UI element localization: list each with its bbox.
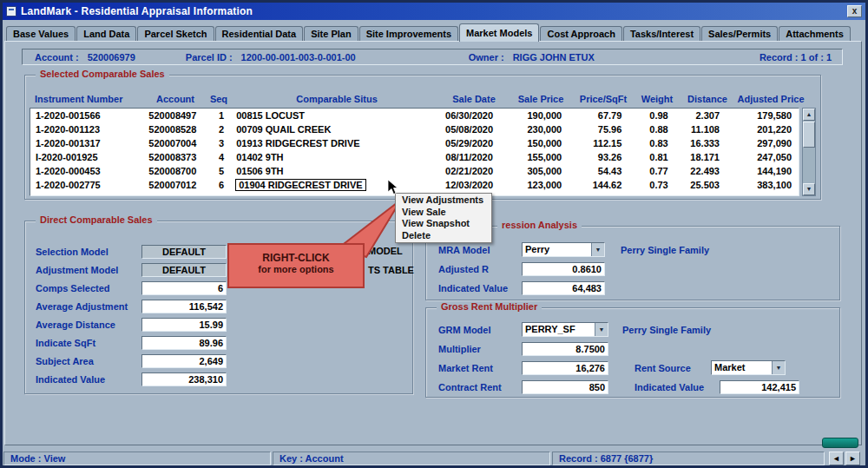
field-row: Average Adjustment 116,542 <box>36 299 404 313</box>
field-row: Indicated Value 64,483 <box>438 280 831 295</box>
tab-tasks-interest[interactable]: Tasks/Interest <box>623 26 700 42</box>
field-row: Subject Area 2,649 <box>36 353 404 368</box>
tab-bar: Base Values Land Data Parcel Sketch Resi… <box>6 24 852 42</box>
menu-item-view-snapshot[interactable]: View Snapshot <box>396 218 491 230</box>
record-indicator: Record : 1 of : 1 <box>760 52 832 63</box>
status-key: Key : Account <box>273 452 550 465</box>
table-row[interactable]: 1-2020-001566 520008497 1 00815 LOCUST 0… <box>30 109 799 122</box>
scroll-down-icon[interactable]: ▼ <box>803 183 815 195</box>
account-label: Account : <box>35 52 79 63</box>
account-header-bar: Account : 520006979 Parcel ID : 1200-00-… <box>22 49 843 65</box>
mra-indicated-value-field[interactable]: 64,483 <box>522 281 605 295</box>
selection-model-field: DEFAULT <box>141 245 227 259</box>
tab-site-plan[interactable]: Site Plan <box>304 26 358 42</box>
table-row[interactable]: 1-2020-001123 520008528 2 00709 QUAIL CR… <box>30 122 799 136</box>
field-row: MRA Model Perry ▼ Perry Single Family <box>438 242 831 257</box>
tab-site-improvements[interactable]: Site Improvements <box>359 26 458 42</box>
average-distance-field[interactable]: 15.99 <box>141 318 227 332</box>
col-weight: Weight <box>634 92 681 106</box>
indicate-sqft-field[interactable]: 89.96 <box>141 336 227 350</box>
table-scrollbar[interactable]: ▲ ▼ <box>802 108 816 196</box>
col-sale-price: Sale Price <box>509 92 573 106</box>
col-adjusted-price: Adjusted Price <box>734 92 807 106</box>
grm-indicated-value-field[interactable]: 142,415 <box>720 380 799 394</box>
owner-value: RIGG JOHN ETUX <box>513 52 595 63</box>
status-record: Record : 6877 {6877} <box>552 452 825 465</box>
mra-model-select[interactable]: Perry ▼ <box>522 242 605 257</box>
grm-model-caption: Perry Single Family <box>622 325 711 335</box>
field-row: Adjusted R 0.8610 <box>438 261 831 276</box>
multiplier-field[interactable]: 8.7500 <box>522 342 608 356</box>
situs-edit-cell[interactable]: 01904 RIDGECREST DRIVE <box>233 178 435 192</box>
field-row: Market Rent 16,276 Rent Source Market ▼ <box>438 360 831 375</box>
scroll-up-icon[interactable]: ▲ <box>803 109 815 121</box>
regression-analysis-title: ression Analysis <box>497 220 582 230</box>
field-row: Average Distance 15.99 <box>36 317 404 332</box>
comparable-sales-title: Selected Comparable Sales <box>36 69 169 79</box>
adjusted-r-field[interactable]: 0.8610 <box>522 262 605 276</box>
context-menu: View Adjustments View Sale View Snapshot… <box>395 193 492 243</box>
menu-item-view-adjustments[interactable]: View Adjustments <box>396 194 491 207</box>
col-distance: Distance <box>681 92 734 106</box>
table-row[interactable]: 1-2020-000453 520008700 5 01506 9TH 02/2… <box>30 164 799 178</box>
owner-label: Owner : <box>469 52 504 63</box>
table-row[interactable]: I-2020-001925 520008373 4 01402 9TH 08/1… <box>30 150 799 164</box>
col-instrument-number: Instrument Number <box>30 92 148 106</box>
tab-parcel-sketch[interactable]: Parcel Sketch <box>137 26 214 42</box>
adjustment-model-field: DEFAULT <box>141 263 227 277</box>
comparable-sales-group: Selected Comparable Sales Instrument Num… <box>24 75 821 200</box>
comparable-sales-table: 1-2020-001566 520008497 1 00815 LOCUST 0… <box>30 108 799 196</box>
title-bar: LandMark - Residential Appraisal Informa… <box>3 3 865 20</box>
tab-base-values[interactable]: Base Values <box>6 26 76 42</box>
adjustments-table-button-fragment[interactable]: TS TABLE <box>368 265 414 275</box>
tab-land-data[interactable]: Land Data <box>76 26 136 42</box>
grm-model-select[interactable]: PERRY_SF ▼ <box>522 322 608 337</box>
close-icon[interactable]: x <box>847 5 862 17</box>
menu-item-view-sale[interactable]: View Sale <box>396 207 491 219</box>
gross-rent-multiplier-group: Gross Rent Multiplier GRM Model PERRY_SF… <box>425 307 840 398</box>
tab-attachments[interactable]: Attachments <box>779 26 851 42</box>
table-header: Instrument Number Account Seq Comparable… <box>30 92 807 106</box>
col-seq: Seq <box>203 92 234 106</box>
chevron-down-icon[interactable]: ▼ <box>591 243 604 256</box>
rent-source-select[interactable]: Market ▼ <box>711 360 786 375</box>
parcel-id-value: 1200-00-001-003-0-001-00 <box>241 52 356 63</box>
mouse-cursor <box>387 179 399 196</box>
contract-rent-field[interactable]: 850 <box>522 380 608 394</box>
chevron-down-icon[interactable]: ▼ <box>772 361 785 374</box>
corner-button[interactable] <box>822 438 858 448</box>
indicated-value-field[interactable]: 238,310 <box>141 372 227 386</box>
tab-residential-data[interactable]: Residential Data <box>215 26 304 42</box>
account-value: 520006979 <box>88 52 135 63</box>
field-row: GRM Model PERRY_SF ▼ Perry Single Family <box>438 322 831 337</box>
menu-item-delete[interactable]: Delete <box>396 230 491 242</box>
record-prev-button[interactable]: ◄ <box>829 452 844 465</box>
field-row: Multiplier 8.7500 <box>438 341 831 356</box>
field-row: Contract Rent 850 Indicated Value 142,41… <box>438 379 831 394</box>
record-next-button[interactable]: ► <box>845 452 860 465</box>
table-row-selected[interactable]: 1-2020-002775 520007012 6 01904 RIDGECRE… <box>30 178 799 192</box>
field-row: Indicate SqFt 89.96 <box>36 335 404 350</box>
tab-cost-approach[interactable]: Cost Approach <box>540 26 621 42</box>
chevron-down-icon[interactable]: ▼ <box>595 323 608 336</box>
average-adjustment-field[interactable]: 116,542 <box>141 300 227 313</box>
subject-area-field[interactable]: 2,649 <box>141 354 227 368</box>
col-price-sqft: Price/SqFt <box>573 92 634 106</box>
field-row: Indicated Value 238,310 <box>36 372 404 386</box>
scrollbar-thumb[interactable] <box>803 122 815 148</box>
col-account: Account <box>148 92 203 106</box>
market-rent-field[interactable]: 16,276 <box>522 361 608 375</box>
direct-comparable-sales-title: Direct Comparable Sales <box>36 214 157 225</box>
gross-rent-multiplier-title: Gross Rent Multiplier <box>437 301 542 312</box>
parcel-id-label: Parcel ID : <box>186 52 233 63</box>
comps-selected-field[interactable]: 6 <box>141 281 227 295</box>
table-row[interactable]: 1-2020-001317 520007004 3 01913 RIDGECRE… <box>30 136 799 150</box>
mra-model-caption: Perry Single Family <box>621 245 709 255</box>
window-title: LandMark - Residential Appraisal Informa… <box>21 5 843 17</box>
app-icon <box>6 6 16 16</box>
col-comparable-situs: Comparable Situs <box>234 92 439 106</box>
status-mode: Mode : View <box>3 452 271 465</box>
right-click-callout: RIGHT-CLICK for more options <box>227 243 365 288</box>
tab-market-models[interactable]: Market Models <box>459 23 539 42</box>
tab-sales-permits[interactable]: Sales/Permits <box>701 26 778 42</box>
